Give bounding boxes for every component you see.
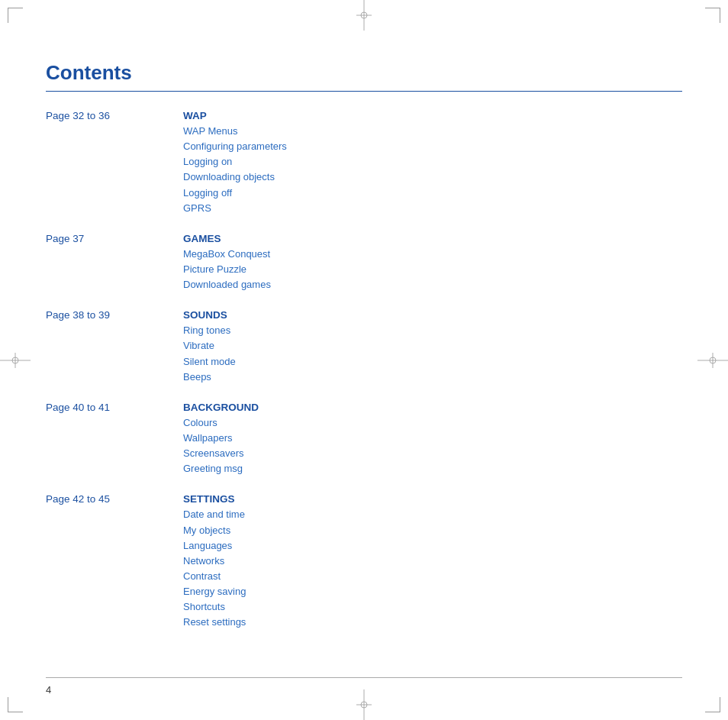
toc-content-sounds: SOUNDS Ring tones Vibrate Silent mode Be… <box>183 309 682 385</box>
toc-page-sounds: Page 38 to 39 <box>46 309 183 321</box>
title-rule <box>46 91 682 92</box>
toc-item: Date and time <box>183 507 682 522</box>
toc-page-background: Page 40 to 41 <box>46 402 183 413</box>
toc-page-games: Page 37 <box>46 233 183 244</box>
page-title: Contents <box>46 61 682 85</box>
page-number: 4 <box>46 684 51 696</box>
page-content: Contents Page 32 to 36 WAP WAP Menus Con… <box>46 61 682 674</box>
toc-row-background: Page 40 to 41 BACKGROUND Colours Wallpap… <box>46 402 682 477</box>
toc-row-games: Page 37 GAMES MegaBox Conquest Picture P… <box>46 233 682 292</box>
toc-item: Logging off <box>183 186 682 201</box>
toc-page-settings: Page 42 to 45 <box>46 493 183 505</box>
toc-item: Reset settings <box>183 615 682 630</box>
bottom-rule <box>46 677 682 678</box>
toc-table: Page 32 to 36 WAP WAP Menus Configuring … <box>46 110 682 631</box>
toc-item: WAP Menus <box>183 124 682 139</box>
corner-mark-tr <box>705 8 720 23</box>
toc-section-settings: SETTINGS <box>183 493 682 505</box>
toc-item: Silent mode <box>183 354 682 370</box>
toc-row-settings: Page 42 to 45 SETTINGS Date and time My … <box>46 493 682 630</box>
toc-item: Wallpapers <box>183 431 682 446</box>
crosshair-bottom <box>356 689 372 720</box>
toc-item: Shortcuts <box>183 599 682 615</box>
toc-item: GPRS <box>183 201 682 216</box>
crosshair-left <box>0 353 31 368</box>
toc-content-wap: WAP WAP Menus Configuring parameters Log… <box>183 110 682 216</box>
toc-section-games: GAMES <box>183 233 682 244</box>
toc-item: Languages <box>183 538 682 554</box>
toc-content-background: BACKGROUND Colours Wallpapers Screensave… <box>183 402 682 477</box>
toc-section-background: BACKGROUND <box>183 402 682 413</box>
toc-row-wap: Page 32 to 36 WAP WAP Menus Configuring … <box>46 110 682 216</box>
toc-item: Greeting msg <box>183 461 682 476</box>
toc-content-settings: SETTINGS Date and time My objects Langua… <box>183 493 682 630</box>
toc-row-sounds: Page 38 to 39 SOUNDS Ring tones Vibrate … <box>46 309 682 385</box>
toc-item: Colours <box>183 415 682 431</box>
toc-item: Energy saving <box>183 584 682 599</box>
corner-mark-bl <box>8 697 23 712</box>
toc-item: Beeps <box>183 370 682 385</box>
toc-item: Downloading objects <box>183 170 682 185</box>
toc-item: Picture Puzzle <box>183 262 682 277</box>
toc-item: Ring tones <box>183 323 682 338</box>
toc-content-games: GAMES MegaBox Conquest Picture Puzzle Do… <box>183 233 682 292</box>
toc-section-sounds: SOUNDS <box>183 309 682 321</box>
toc-item: Logging on <box>183 154 682 170</box>
crosshair-top <box>356 0 372 31</box>
toc-item: Networks <box>183 554 682 569</box>
corner-mark-tl <box>8 8 23 23</box>
toc-section-wap: WAP <box>183 110 682 121</box>
toc-item: MegaBox Conquest <box>183 247 682 262</box>
toc-item: Configuring parameters <box>183 139 682 154</box>
toc-item: My objects <box>183 523 682 538</box>
corner-mark-br <box>705 697 720 712</box>
toc-item: Screensavers <box>183 446 682 461</box>
crosshair-right <box>697 353 728 368</box>
toc-item: Contrast <box>183 569 682 584</box>
toc-item: Vibrate <box>183 338 682 354</box>
toc-page-wap: Page 32 to 36 <box>46 110 183 121</box>
toc-item: Downloaded games <box>183 277 682 292</box>
